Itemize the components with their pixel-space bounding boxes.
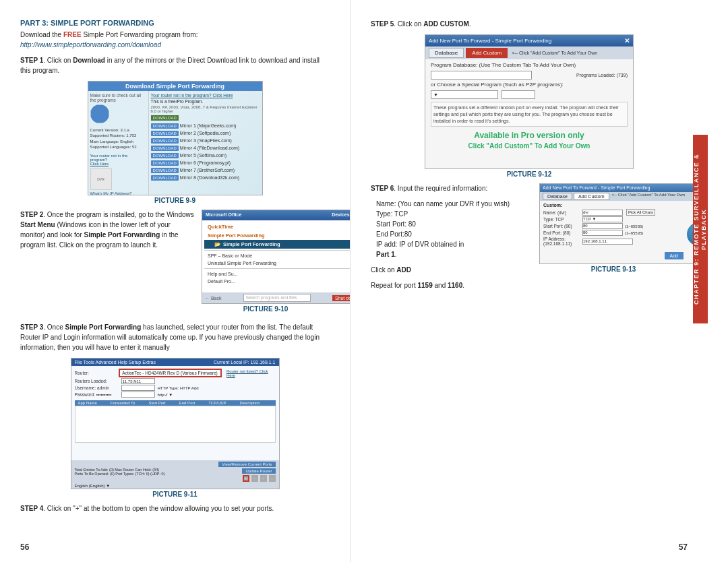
step1-text: STEP 1. Click on Download in any of the …	[20, 55, 330, 75]
download-button[interactable]: DOWNLOAD	[151, 175, 179, 181]
tab-database[interactable]: Database	[429, 48, 464, 58]
dialog-description: These programs set a different random po…	[431, 102, 628, 127]
picture-9-10: Microsoft Office Devices and QuickTime S…	[202, 210, 351, 304]
special-select[interactable]: ▼	[431, 90, 498, 99]
download-link[interactable]: http://www.simpleportforwarding.com/down…	[20, 41, 161, 49]
part-title: PART 3: SIMPLE PORT FORWARDING	[20, 19, 330, 27]
picture-9-11-label: PICTURE 9-11	[20, 491, 330, 498]
chapter-side-tab: CHAPTER 9: REMOTE SURVEILLANCE & PLAYBAC…	[693, 135, 708, 323]
download-button[interactable]: DOWNLOAD	[151, 131, 179, 136]
step2-section: STEP 2. Once the program is installed, g…	[20, 210, 330, 318]
step3-text: STEP 3. Once Simple Port Forwarding has …	[20, 322, 330, 352]
small-tab-custom[interactable]: Add Custom	[574, 193, 609, 200]
pic99-header: Download Simple Port Forwarding	[88, 82, 262, 91]
picture-9-10-label: PICTURE 9-10	[202, 305, 330, 313]
side-tab-text: CHAPTER 9: REMOTE SURVEILLANCE & PLAYBAC…	[693, 135, 708, 323]
step2-picture: Microsoft Office Devices and QuickTime S…	[202, 210, 330, 318]
tab-add-custom[interactable]: Add Custom	[466, 48, 508, 58]
mirror-item: DOWNLOAD Mirror 5 (Softlina.com)	[151, 152, 260, 159]
program-select[interactable]	[431, 71, 532, 80]
picture-9-13: Add New Port To Forward - Simple Port Fo…	[539, 183, 708, 264]
step2-text: STEP 2. Once the program is installed, g…	[20, 210, 196, 255]
step6-picture: Add New Port To Forward - Simple Port Fo…	[539, 183, 688, 278]
download-button[interactable]: DOWNLOAD	[151, 160, 179, 166]
intro-paragraph: Download the FREE Simple Port Forwarding…	[20, 30, 330, 50]
page-number-right: 57	[679, 542, 688, 552]
mirror-item: DOWNLOAD Mirror 3 (SnapFiles.com)	[151, 137, 260, 144]
mirrors-list: DOWNLOAD Mirror 1 (MajorGeeks.com)DOWNLO…	[151, 123, 260, 181]
mirror-item: DOWNLOAD Mirror 6 (Programosy.pl)	[151, 160, 260, 166]
download-button[interactable]: DOWNLOAD	[151, 123, 179, 129]
page-number-left: 56	[20, 542, 29, 552]
program-database-label: Program Database: (Use The Custom Tab To…	[431, 62, 628, 68]
step6-section: STEP 6. Input the required information: …	[371, 183, 688, 296]
download-button[interactable]: DOWNLOAD	[151, 138, 179, 144]
download-button[interactable]: DOWNLOAD	[151, 146, 179, 151]
free-word: FREE	[63, 31, 82, 38]
picture-9-11: File Tools Advanced Help Setup Extras Cu…	[71, 358, 280, 489]
page-right: STEP 5. Click on ADD CUSTOM. Add New Por…	[351, 0, 708, 562]
special-program-label: or Choose a Special Program (Such as P2P…	[431, 82, 628, 88]
pic99-body: Make sure to check out all the programs …	[88, 91, 262, 195]
step5-text: STEP 5. Click on ADD CUSTOM.	[371, 19, 688, 29]
add-button[interactable]: Add	[665, 252, 684, 259]
page-left: PART 3: SIMPLE PORT FORWARDING Download …	[0, 0, 351, 562]
programs-loaded: Programs Loaded: (739)	[576, 73, 628, 77]
small-tab-database[interactable]: Database	[543, 193, 572, 200]
mirror-item: DOWNLOAD Mirror 8 (Download32k.com)	[151, 175, 260, 181]
mirror-item: DOWNLOAD Mirror 7 (BrotherSoft.com)	[151, 167, 260, 174]
pic99-left: Make sure to check out all the programs …	[88, 91, 149, 195]
picture-9-9: Download Simple Port Forwarding Make sur…	[88, 81, 263, 195]
picture-9-12: Add New Port To Forward - Simple Port Fo…	[425, 34, 634, 169]
router-table-body	[75, 406, 276, 443]
add-custom-text: Click "Add Custom" To Add Your Own	[431, 142, 628, 150]
mirror-item: DOWNLOAD Mirror 4 (FileDownload.com)	[151, 145, 260, 152]
download-button[interactable]: DOWNLOAD	[151, 153, 179, 158]
picture-9-12-label: PICTURE 9-12	[371, 170, 688, 178]
mirror-item: DOWNLOAD Mirror 1 (MajorGeeks.com)	[151, 123, 260, 129]
router-value: ActionTec - HD424WR Rev D (Various Firmw…	[119, 369, 222, 377]
picture-9-9-label: PICTURE 9-9	[20, 197, 330, 204]
picture-9-13-label: PICTURE 9-13	[539, 266, 688, 273]
step4-text: STEP 4. Click on "+" at the bottom to op…	[20, 503, 330, 513]
pro-version-text: Available in Pro version only	[431, 131, 628, 140]
download-button[interactable]: DOWNLOAD	[151, 168, 179, 173]
mirror-item: DOWNLOAD Mirror 2 (Softpedia.com)	[151, 130, 260, 137]
pic99-right: Your router not in the program? Click He…	[149, 91, 262, 195]
step6-text: STEP 6. Input the required information: …	[371, 183, 533, 296]
small-form: Custom: Name: (dvr) dvr Pick All Chars T…	[543, 203, 684, 261]
